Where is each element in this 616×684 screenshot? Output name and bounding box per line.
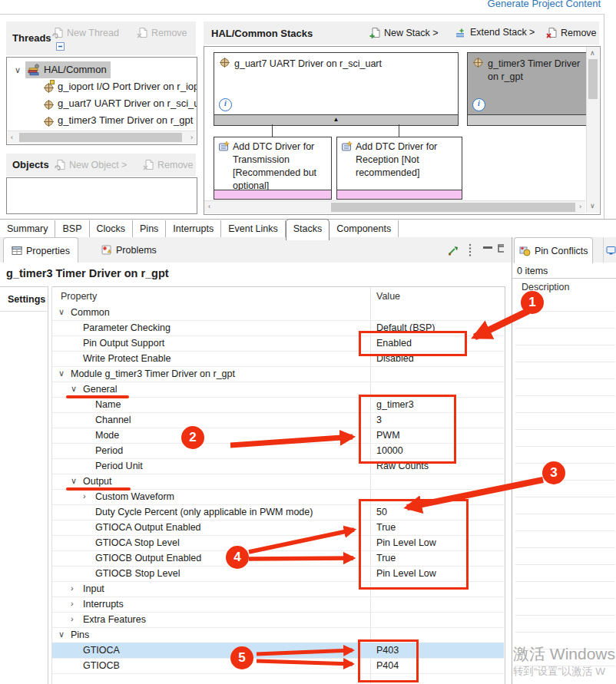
stack-box-label: g_timer3 Timer Driver on r_gpt	[488, 58, 584, 84]
pin-conflict-row	[515, 582, 615, 599]
tab-pin-conflicts[interactable]: Pin Conflicts	[514, 237, 593, 263]
properties-title-bar: g_timer3 Timer Driver on r_gpt	[0, 263, 507, 286]
tree-item[interactable]: g_timer3 Timer Driver on r_gpt	[7, 112, 197, 129]
tree-root-label: HAL/Common	[44, 64, 107, 75]
property-label: Period Unit	[95, 461, 143, 471]
property-label: GTIOCB Output Enabled	[95, 553, 201, 563]
annotation-box-4	[358, 639, 419, 682]
threads-tree-items: g_ioport I/O Port Driver on r_iopg_uart7…	[7, 78, 197, 129]
stack-box-footer[interactable]	[468, 114, 587, 125]
stack-box-dtc-transmission[interactable]: Add DTC Driver for Transmission [Recomme…	[214, 137, 332, 200]
property-label: GTIOCB Stop Level	[95, 568, 180, 579]
tree-item[interactable]: g_ioport I/O Port Driver on r_iop	[7, 78, 197, 95]
tree-item[interactable]: g_uart7 UART Driver on r_sci_ua	[7, 95, 197, 112]
link-with-editor-icon[interactable]	[448, 245, 459, 258]
pin-conflict-row	[515, 548, 615, 565]
settings-divider	[0, 311, 48, 312]
scrollbar-thumb[interactable]	[331, 203, 575, 212]
module-icon	[44, 98, 54, 112]
property-row[interactable]: GTIOCBP404	[52, 658, 504, 674]
info-icon[interactable]: i	[219, 98, 232, 111]
expander-icon[interactable]: ∨	[58, 368, 65, 378]
top-divider	[0, 14, 604, 15]
property-label: Common	[71, 307, 110, 318]
property-row[interactable]: ∨Module g_timer3 Timer Driver on r_gpt	[52, 366, 504, 382]
tree-horizontal-scrollbar[interactable]: ‹ ›	[8, 131, 196, 144]
property-label: Write Protect Enable	[83, 353, 171, 364]
tab-problems[interactable]: Problems	[94, 237, 164, 263]
stack-box-g-timer3[interactable]: g_timer3 Timer Driver on r_gpt i	[467, 52, 588, 126]
info-icon[interactable]: i	[472, 98, 485, 111]
property-row[interactable]: GTIOCAP403	[52, 643, 504, 659]
extend-stack-icon	[455, 27, 467, 38]
expander-icon[interactable]: ›	[71, 614, 74, 623]
extend-stack-button[interactable]: Extend Stack >	[455, 27, 535, 38]
stack-box-footer[interactable]: ▲	[214, 114, 458, 125]
stack-box-g-uart7[interactable]: g_uart7 UART Driver on r_sci_uart i ▲	[214, 52, 459, 126]
pin-conflicts-tab-strip: Pin Conflicts C	[512, 237, 616, 263]
pin-conflict-row	[515, 599, 615, 616]
fsp-configuration-window: Generate Project Content Threads New Thr…	[0, 0, 616, 684]
stack-connector	[399, 124, 399, 137]
view-menu-icon[interactable]	[468, 243, 472, 259]
property-row[interactable]: ›Interrupts	[52, 596, 504, 613]
windows-activation-watermark-sub: 转到“设置”以激活 W	[513, 665, 605, 679]
remove-stack-button[interactable]: Remove	[546, 27, 597, 38]
property-label: Input	[83, 583, 104, 594]
objects-list[interactable]	[6, 177, 197, 214]
scroll-right-icon[interactable]: ›	[190, 134, 193, 141]
new-object-button[interactable]: New Object >	[55, 159, 127, 170]
expander-icon[interactable]: ∨	[58, 307, 65, 317]
pin-conflict-row	[515, 413, 615, 430]
new-thread-button[interactable]: New Thread	[52, 27, 119, 38]
stack-box-dtc-reception[interactable]: Add DTC Driver for Reception [Not recomm…	[336, 137, 462, 200]
tab-settings[interactable]: Settings	[8, 294, 45, 305]
annotation-circle-2: 2	[181, 426, 204, 449]
pin-conflicts-icon	[519, 246, 531, 256]
property-label: Interrupts	[83, 599, 124, 610]
annotation-circle-5: 5	[230, 646, 253, 669]
tab-properties[interactable]: Properties	[3, 237, 78, 263]
sash	[504, 237, 512, 263]
expander-icon[interactable]: ∨	[15, 61, 21, 78]
scroll-down-icon[interactable]: ∨	[590, 203, 595, 210]
tab-stacks[interactable]: Stacks	[286, 219, 330, 240]
expander-icon[interactable]: ›	[71, 599, 74, 608]
problems-icon	[101, 245, 112, 255]
collapse-all-icon[interactable]	[55, 41, 65, 54]
remove-object-button[interactable]: Remove	[143, 159, 194, 170]
property-label: Module g_timer3 Timer Driver on r_gpt	[71, 368, 235, 379]
main-tab-bar: SummaryBSPClocksPinsInterruptsEvent Link…	[0, 219, 616, 238]
property-label: GTIOCA Stop Level	[95, 537, 180, 548]
scrollbar-thumb[interactable]	[588, 59, 598, 99]
editor-right-divider	[604, 14, 604, 219]
expander-icon[interactable]: ›	[71, 583, 74, 593]
new-stack-button[interactable]: New Stack >	[369, 27, 439, 38]
annotation-circle-4: 4	[226, 546, 249, 569]
expander-icon[interactable]: ∨	[71, 476, 77, 486]
annotation-box-2	[359, 395, 456, 464]
generate-project-content-link[interactable]: Generate Project Content	[488, 0, 601, 9]
minimize-icon[interactable]	[483, 246, 492, 249]
scrollbar-thumb[interactable]	[19, 133, 182, 142]
stacks-title: HAL/Common Stacks	[211, 28, 313, 39]
scroll-right-icon[interactable]: ›	[579, 203, 581, 210]
property-row[interactable]: ›Extra Features	[52, 612, 504, 628]
tree-root-hal-common[interactable]: ∨ HAL/Common	[7, 61, 197, 78]
stacks-vertical-scrollbar[interactable]: ∧ ∨	[586, 47, 599, 213]
annotation-circle-1: 1	[521, 291, 544, 314]
scroll-left-icon[interactable]: ‹	[11, 134, 13, 141]
expander-icon[interactable]: ∨	[58, 629, 65, 639]
stacks-horizontal-scrollbar[interactable]: ‹ ›	[204, 200, 585, 213]
column-header-value: Value	[376, 291, 400, 302]
expander-icon[interactable]: ›	[83, 491, 86, 501]
pin-conflict-row	[515, 565, 615, 582]
property-label: Mode	[95, 430, 119, 441]
tab-console-partial[interactable]: C	[603, 237, 616, 263]
expander-icon[interactable]: ∨	[71, 384, 77, 394]
scroll-left-icon[interactable]: ‹	[208, 203, 210, 210]
scroll-up-icon[interactable]: ∧	[590, 50, 595, 57]
remove-thread-button[interactable]: Remove	[137, 27, 187, 38]
property-row[interactable]: ∨Pins	[52, 627, 504, 643]
property-row[interactable]: ∨Common	[52, 305, 504, 321]
